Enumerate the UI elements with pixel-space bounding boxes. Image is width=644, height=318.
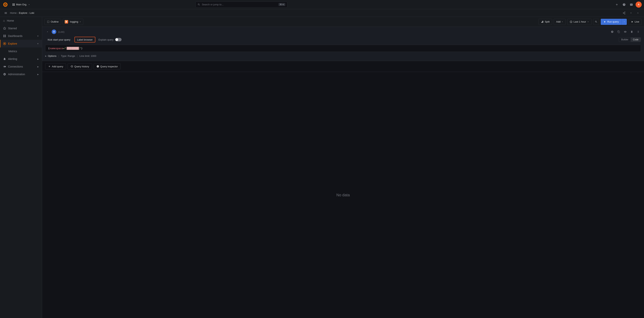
svg-line-11	[624, 13, 625, 14]
sidebar-label-starred: Starred	[8, 27, 17, 30]
sidebar-label-explore: Explore	[8, 42, 17, 45]
sidebar-label-connections: Connections	[8, 65, 23, 68]
query-inspector-icon	[96, 65, 99, 68]
add-query-button[interactable]: Add query	[45, 63, 66, 69]
collapse-button[interactable]	[635, 10, 641, 16]
svg-rect-16	[5, 36, 6, 37]
alerting-chevron: ▶	[37, 58, 39, 60]
code-namespace: namespace	[50, 47, 63, 50]
outline-icon	[47, 20, 50, 23]
query-panel: A (Loki)	[42, 27, 644, 61]
add-query-icon	[48, 65, 51, 68]
add-chevron-icon	[561, 21, 563, 23]
query-collapse-icon	[46, 31, 49, 33]
explore-icon	[3, 42, 6, 45]
time-chevron-icon	[587, 21, 589, 23]
run-query-button[interactable]: Run query	[601, 19, 627, 25]
explain-query-toggle[interactable]	[115, 38, 122, 41]
org-name: Main Org.	[16, 3, 27, 6]
options-chevron[interactable]: ▶	[45, 55, 47, 57]
closing-brace: }	[81, 47, 82, 50]
query-delete-icon[interactable]	[629, 29, 634, 34]
live-button[interactable]: Live	[628, 19, 642, 25]
breadcrumb-loki[interactable]: Loki	[30, 11, 34, 14]
sidebar: ⌂ Home Starred Dashboards ▼ Explore ▼ Me…	[0, 17, 42, 318]
query-visibility-icon[interactable]	[622, 29, 628, 34]
svg-point-10	[624, 13, 625, 14]
svg-rect-4	[13, 3, 14, 4]
sidebar-item-alerting[interactable]: Alerting ▶	[0, 55, 42, 63]
builder-code-toggle: Builder Code	[619, 37, 641, 42]
topnav-actions: A	[614, 1, 642, 8]
sidebar-label-dashboards: Dashboards	[8, 34, 22, 37]
chevron-down-button[interactable]	[628, 10, 634, 16]
svg-point-8	[624, 12, 625, 12]
line-separator: |	[77, 54, 78, 57]
svg-rect-5	[14, 3, 14, 4]
sidebar-item-starred[interactable]: Starred	[0, 24, 42, 32]
query-inspector-button[interactable]: Query inspector	[94, 63, 121, 69]
live-icon	[631, 20, 634, 23]
query-header-actions	[610, 29, 641, 34]
run-icon	[604, 20, 606, 23]
svg-point-18	[4, 43, 5, 44]
run-query-dropdown[interactable]	[622, 19, 627, 25]
sidebar-item-connections[interactable]: Connections ▶	[0, 63, 42, 70]
run-query-label: Run query	[607, 20, 619, 23]
type-label: Type: Range	[61, 54, 75, 57]
query-collapse-button[interactable]	[45, 29, 50, 34]
time-picker[interactable]: Last 1 hour	[567, 19, 592, 25]
news-button[interactable]	[628, 1, 634, 8]
grafana-logo[interactable]	[2, 1, 8, 8]
breadcrumb-explore[interactable]: Explore	[19, 11, 28, 14]
query-inspector-label: Query inspector	[100, 65, 118, 68]
query-toolbar: Outline -logging Split Add Last 1 h	[42, 17, 644, 27]
help-button[interactable]	[621, 1, 627, 8]
split-icon	[541, 20, 544, 23]
bottom-query-buttons: Add query Query history Query inspector	[42, 61, 644, 72]
query-copy-icon[interactable]	[616, 29, 622, 34]
zoom-out-button[interactable]	[593, 19, 599, 25]
share-button[interactable]	[621, 10, 627, 16]
datasource-selector[interactable]: -logging	[62, 19, 83, 25]
menu-toggle[interactable]	[3, 10, 8, 16]
add-query-label: Add query	[52, 65, 63, 68]
kickstart-button[interactable]: Kick start your query	[45, 37, 73, 42]
user-avatar[interactable]: A	[636, 1, 642, 8]
new-button[interactable]	[614, 1, 620, 8]
builder-button[interactable]: Builder	[619, 37, 630, 42]
connections-chevron: ▶	[37, 66, 39, 68]
svg-rect-13	[4, 35, 4, 36]
explain-query-row: Explain query	[98, 38, 122, 41]
label-browser-button[interactable]: Label browser	[74, 37, 96, 42]
sidebar-label-administration: Administration	[8, 73, 25, 76]
svg-point-9	[623, 13, 624, 13]
zoom-out-icon	[595, 20, 598, 23]
query-drag-icon[interactable]	[636, 29, 641, 34]
outline-button[interactable]: Outline	[44, 19, 61, 25]
split-button[interactable]: Split	[538, 19, 552, 25]
sidebar-item-dashboards[interactable]: Dashboards ▼	[0, 32, 42, 40]
sidebar-item-explore[interactable]: Explore ▼	[0, 40, 42, 47]
code-editor[interactable]: {namespace="████████"}	[45, 45, 641, 52]
run-query-main[interactable]: Run query	[601, 19, 622, 25]
sidebar-item-administration[interactable]: Administration ▶	[0, 70, 42, 78]
org-selector[interactable]: Main Org.	[11, 2, 32, 7]
query-history-icon	[70, 65, 73, 68]
administration-icon	[3, 73, 6, 76]
sidebar-item-metrics[interactable]: Metrics	[0, 47, 42, 55]
add-button[interactable]: Add	[554, 19, 566, 25]
query-history-button[interactable]: Query history	[68, 63, 92, 69]
datasource-chevron	[79, 21, 81, 23]
search-placeholder: Search or jump to...	[202, 3, 277, 6]
svg-rect-14	[5, 35, 6, 36]
sidebar-item-home[interactable]: ⌂ Home	[0, 17, 42, 24]
breadcrumb-home[interactable]: Home	[10, 11, 17, 14]
search-box[interactable]: Search or jump to... ⌘+k	[196, 1, 287, 8]
options-label[interactable]: Options	[48, 54, 56, 57]
alerting-icon	[3, 57, 6, 60]
svg-rect-6	[13, 5, 14, 5]
search-icon	[198, 3, 200, 6]
code-button[interactable]: Code	[630, 37, 641, 42]
query-help-icon[interactable]	[610, 29, 615, 34]
